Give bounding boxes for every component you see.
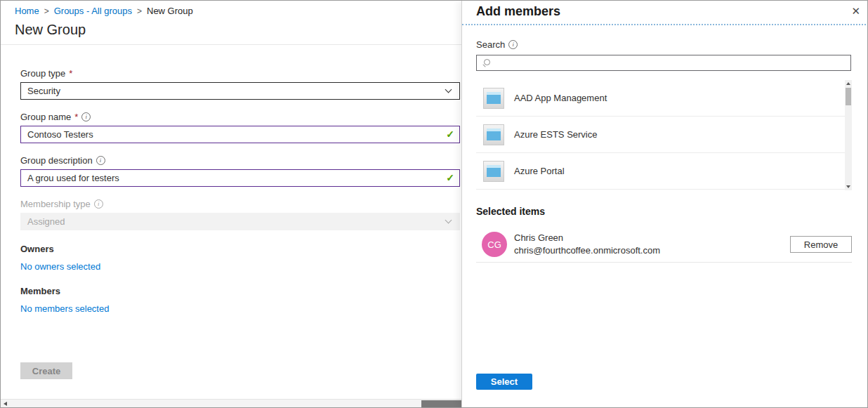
panel-title: Add members	[476, 4, 560, 19]
vertical-scrollbar[interactable]	[845, 80, 852, 190]
result-name: AAD App Management	[514, 93, 607, 103]
selected-member-name: Chris Green	[514, 232, 660, 244]
add-members-panel: Add members ✕ Search i AAD App Managemen…	[461, 1, 868, 407]
search-box	[476, 55, 851, 71]
new-group-form: Group type * Security Group name * i ✓	[20, 68, 460, 315]
create-button[interactable]: Create	[20, 362, 72, 379]
selected-member-email: chris@fourthcoffee.onmicrosoft.com	[514, 245, 660, 256]
group-name-label: Group name * i	[20, 112, 460, 122]
group-type-field: Group type * Security	[20, 68, 460, 100]
header-divider	[1, 44, 461, 45]
membership-type-select: Assigned	[20, 213, 460, 230]
breadcrumb-home-link[interactable]: Home	[15, 6, 39, 16]
chevron-down-icon	[445, 216, 452, 223]
search-label: Search i	[476, 39, 851, 50]
group-type-label: Group type *	[20, 68, 460, 79]
label-text: Group description	[20, 155, 93, 166]
valid-check-icon: ✓	[446, 129, 454, 140]
selected-member-info: Chris Green chris@fourthcoffee.onmicroso…	[514, 232, 660, 256]
azure-portal-window: Home > Groups - All groups > New Group N…	[0, 0, 868, 408]
search-icon	[482, 58, 492, 68]
group-description-input[interactable]	[20, 169, 460, 187]
selected-member-row: CG Chris Green chris@fourthcoffee.onmicr…	[476, 227, 852, 263]
select-owners-link[interactable]: No owners selected	[20, 261, 100, 272]
scroll-left-icon[interactable]	[4, 402, 7, 406]
membership-type-value: Assigned	[27, 216, 65, 227]
app-icon	[483, 88, 504, 109]
info-icon[interactable]: i	[508, 40, 518, 49]
required-asterisk: *	[74, 112, 78, 122]
group-type-select[interactable]: Security	[20, 82, 460, 100]
label-text: Search	[476, 39, 505, 50]
chevron-down-icon	[445, 86, 452, 93]
info-icon[interactable]: i	[96, 156, 105, 165]
label-text: Group name	[20, 112, 71, 122]
group-name-input[interactable]	[20, 126, 460, 143]
info-icon[interactable]: i	[81, 112, 91, 121]
group-type-value: Security	[27, 86, 60, 96]
search-results-list: AAD App Management Azure ESTS Service Az…	[476, 80, 852, 190]
vertical-scrollbar-thumb[interactable]	[846, 88, 851, 105]
label-text: Membership type	[20, 199, 91, 209]
members-section: Members No members selected	[20, 286, 460, 315]
membership-type-label: Membership type i	[20, 199, 460, 209]
selected-items-label: Selected items	[476, 206, 545, 217]
horizontal-scrollbar-thumb[interactable]	[421, 400, 461, 407]
app-icon	[483, 124, 504, 145]
info-icon[interactable]: i	[94, 199, 103, 209]
breadcrumb-separator-icon: >	[44, 6, 49, 16]
new-group-page: Home > Groups - All groups > New Group N…	[1, 1, 461, 407]
result-name: Azure ESTS Service	[514, 129, 598, 140]
label-text: Group type	[20, 68, 65, 79]
member-search-input[interactable]	[496, 55, 846, 70]
breadcrumb-current: New Group	[147, 6, 193, 16]
close-icon[interactable]: ✕	[851, 5, 860, 18]
result-row[interactable]: Azure ESTS Service	[476, 117, 852, 153]
search-section: Search i	[476, 39, 851, 71]
avatar: CG	[482, 232, 507, 257]
group-description-field: Group description i ✓	[20, 155, 460, 187]
result-name: Azure Portal	[514, 166, 565, 176]
members-label: Members	[20, 286, 460, 296]
group-name-field: Group name * i ✓	[20, 112, 460, 143]
panel-header-divider	[462, 24, 868, 25]
page-title: New Group	[15, 22, 86, 38]
remove-button[interactable]: Remove	[790, 236, 852, 253]
scroll-down-icon[interactable]	[846, 185, 850, 188]
result-row[interactable]: Azure Portal	[476, 153, 852, 190]
owners-section: Owners No owners selected	[20, 244, 460, 272]
breadcrumb-separator-icon: >	[137, 6, 142, 16]
breadcrumb: Home > Groups - All groups > New Group	[15, 6, 193, 16]
scroll-up-icon[interactable]	[846, 82, 850, 85]
app-icon	[483, 161, 504, 182]
result-row[interactable]: AAD App Management	[476, 80, 852, 117]
breadcrumb-groups-link[interactable]: Groups - All groups	[54, 6, 132, 16]
select-button[interactable]: Select	[476, 374, 532, 390]
required-asterisk: *	[69, 68, 72, 79]
horizontal-scrollbar[interactable]	[1, 399, 461, 407]
membership-type-field: Membership type i Assigned	[20, 199, 460, 230]
select-members-link[interactable]: No members selected	[20, 303, 109, 314]
owners-label: Owners	[20, 244, 460, 254]
valid-check-icon: ✓	[446, 172, 454, 183]
group-description-label: Group description i	[20, 155, 460, 166]
